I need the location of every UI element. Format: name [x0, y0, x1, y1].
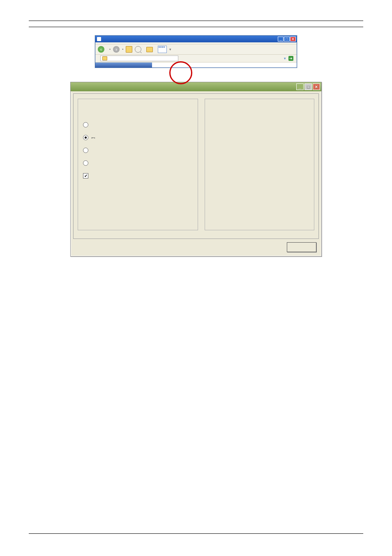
- address-dropdown[interactable]: ▾: [284, 56, 286, 60]
- folders-icon[interactable]: [146, 47, 153, 52]
- folder-icon: [102, 56, 107, 60]
- up-folder-icon[interactable]: [126, 46, 132, 53]
- address-bar: ▾ ➔: [95, 55, 297, 63]
- checkbox-icon: ✔: [83, 173, 88, 178]
- ok-button[interactable]: [287, 242, 316, 252]
- radio-2-channel[interactable]: [83, 135, 193, 140]
- back-button[interactable]: ‹: [98, 46, 104, 53]
- window-icon: [97, 37, 101, 41]
- minimize-button[interactable]: _: [296, 83, 304, 90]
- footer: [29, 533, 363, 535]
- radio-icon: [83, 122, 88, 127]
- radio-4-channel[interactable]: [83, 148, 193, 153]
- close-button[interactable]: ×: [290, 37, 296, 42]
- maximize-button: □: [304, 83, 312, 90]
- go-button[interactable]: ➔: [288, 56, 294, 61]
- tab-page-speaker-configuration: ✔: [73, 93, 319, 239]
- title-bar: _ □ ×: [95, 36, 297, 42]
- title-bar: _ □ ×: [71, 82, 321, 91]
- control-panel-window: _ □ × ‹ • › • ▾: [95, 35, 297, 68]
- close-button[interactable]: ×: [313, 83, 320, 90]
- address-field[interactable]: [100, 56, 178, 61]
- radio-headphone[interactable]: [83, 122, 193, 127]
- group-number-of-speakers: ✔: [78, 99, 198, 230]
- ac97-window: _ □ ×: [70, 82, 322, 257]
- side-pane: [95, 63, 152, 67]
- go-icon: ➔: [288, 56, 293, 61]
- radio-6-channel[interactable]: [83, 160, 193, 166]
- toolbar: ‹ • › • ▾: [95, 44, 297, 55]
- icon-grid: [152, 63, 297, 67]
- forward-button[interactable]: ›: [113, 46, 120, 53]
- group-phonejack-switch: [205, 99, 314, 230]
- views-icon[interactable]: [158, 46, 167, 53]
- radio-icon: [83, 135, 88, 140]
- maximize-button[interactable]: □: [284, 37, 290, 42]
- radio-icon: [83, 160, 88, 166]
- search-icon[interactable]: [135, 46, 141, 53]
- minimize-button[interactable]: _: [278, 37, 284, 42]
- checkbox-sync-phonejack[interactable]: ✔: [83, 173, 193, 178]
- radio-icon: [83, 148, 88, 153]
